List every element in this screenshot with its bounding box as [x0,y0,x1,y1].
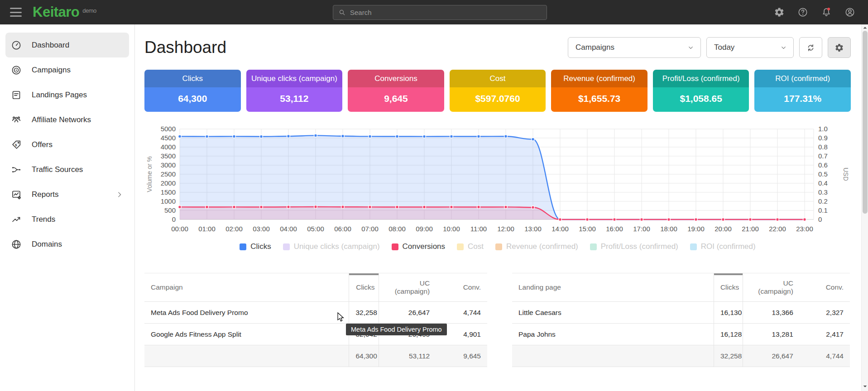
cell[interactable]: Google Ads Fitness App Split [144,324,349,345]
search-icon [338,9,346,16]
legend-item-clicks[interactable]: Clicks [240,242,271,251]
svg-text:0.4: 0.4 [818,179,828,187]
cell: 13,366 [743,302,800,324]
scrollbar-thumb[interactable] [863,31,868,214]
sidebar-item-affiliate-networks[interactable]: Affiliate Networks [5,107,129,132]
stat-card-value: $597.0760 [450,87,546,112]
legend-swatch [495,243,502,250]
cell[interactable]: Papa Johns [512,324,714,345]
cell: 13,281 [743,324,800,345]
help-icon[interactable] [797,7,808,18]
notifications-bell-icon[interactable] [821,7,832,18]
account-icon[interactable] [844,7,855,18]
svg-text:22:00: 22:00 [769,225,786,233]
scroll-up-arrow[interactable] [862,25,868,31]
dashboard-icon [11,40,22,51]
svg-text:1.0: 1.0 [818,125,828,133]
svg-text:15:00: 15:00 [579,225,596,233]
sidebar-item-offers[interactable]: $ Offers [5,132,129,157]
legend-label: Clicks [250,242,271,251]
svg-text:19:00: 19:00 [687,225,705,233]
app-logo[interactable]: Keitarodemo [33,4,96,20]
chevron-down-icon [687,44,694,51]
sidebar-item-label: Offers [32,140,53,149]
column-header-uc-campaign-[interactable]: UC (campaign) [743,273,800,302]
sidebar-item-campaigns[interactable]: Campaigns [5,57,129,82]
date-range-select[interactable]: Today [706,37,794,58]
legend-item-cost[interactable]: Cost [457,242,484,251]
cell: 32,258 [349,302,379,324]
svg-text:18:00: 18:00 [660,225,677,233]
table-totals-row: 32,25826,6474,744 [512,345,850,367]
legend-item-roi-confirmed-[interactable]: ROI (confirmed) [690,242,756,251]
sidebar-item-label: Reports [32,190,59,199]
column-header-conv-[interactable]: Conv. [800,273,850,302]
cell[interactable]: Little Caesars [512,302,714,324]
chevron-down-icon [780,44,787,51]
stat-card-value: 9,645 [348,87,444,112]
table-totals-row: 64,30053,1129,645 [144,345,487,367]
topbar-actions [774,0,855,24]
legend-item-unique-clicks-campaign-[interactable]: Unique clicks (campaign) [283,242,380,251]
dashboard-chart[interactable]: 0500100015002000250030003500400045005000… [144,125,851,238]
traffic-icon [11,164,22,175]
svg-text:09:00: 09:00 [416,225,433,233]
sidebar-item-domains[interactable]: Domains [5,232,129,257]
stat-card-value: $1,655.73 [551,87,647,112]
stat-card-label: Profit/Loss (confirmed) [653,70,749,87]
trends-icon [11,214,22,225]
scroll-down-arrow[interactable] [862,383,868,389]
cell[interactable]: Meta Ads Food Delivery Promo [144,302,349,324]
column-header-uc-campaign-[interactable]: UC (campaign) [379,273,436,302]
search-input[interactable] [350,9,542,16]
stat-card-value: 177.31% [754,87,851,112]
stat-card-revenue-confirmed-: Revenue (confirmed) $1,655.73 [551,70,647,112]
legend-swatch [283,243,290,250]
svg-text:06:00: 06:00 [334,225,351,233]
svg-text:08:00: 08:00 [388,225,406,233]
column-header-clicks[interactable]: Clicks [349,273,379,302]
table-row[interactable]: Meta Ads Food Delivery Promo32,25826,647… [144,302,487,324]
stat-card-label: Unique clicks (campaign) [246,70,343,87]
legend-label: ROI (confirmed) [701,242,756,251]
sidebar-item-reports[interactable]: Reports [5,182,129,207]
svg-text:0.1: 0.1 [818,206,828,214]
sidebar-item-label: Trends [32,215,55,224]
stat-card-label: ROI (confirmed) [754,70,851,87]
grouping-select[interactable]: Campaigns [568,37,701,58]
sidebar-item-trends[interactable]: Trends [5,207,129,232]
legend-label: Revenue (confirmed) [506,242,578,251]
sidebar-item-traffic-sources[interactable]: Traffic Sources [5,157,129,182]
total-cell: 26,647 [743,345,800,367]
table-campaigns: CampaignClicksUC (campaign)Conv.Meta Ads… [144,273,487,367]
legend-item-profit-loss-confirmed-[interactable]: Profit/Loss (confirmed) [590,242,678,251]
column-header-clicks[interactable]: Clicks [714,273,743,302]
svg-text:21:00: 21:00 [742,225,759,233]
summary-tables: CampaignClicksUC (campaign)Conv.Meta Ads… [144,273,851,367]
legend-item-revenue-confirmed-[interactable]: Revenue (confirmed) [495,242,578,251]
legend-item-conversions[interactable]: Conversions [392,242,446,251]
top-navigation-bar: Keitarodemo [0,0,868,24]
sidebar-item-dashboard[interactable]: Dashboard [5,33,129,57]
cell: 4,744 [436,302,487,324]
legend-swatch [590,243,597,250]
svg-text:20:00: 20:00 [715,225,732,233]
table-row[interactable]: Little Caesars16,13013,3662,327 [512,302,850,324]
svg-text:2000: 2000 [161,179,176,187]
settings-icon[interactable] [774,7,785,18]
cell: 16,130 [714,302,743,324]
demo-badge: demo [82,7,96,14]
legend-label: Cost [468,242,484,251]
column-header-landing-page[interactable]: Landing page [512,273,714,302]
dashboard-settings-button[interactable] [828,37,851,58]
offers-icon: $ [11,139,22,150]
sidebar-navigation: Dashboard Campaigns Landings Pages Affil… [0,24,135,391]
stat-card-roi-confirmed-: ROI (confirmed) 177.31% [754,70,851,112]
column-header-campaign[interactable]: Campaign [144,273,349,302]
table-header-row: Landing pageClicksUC (campaign)Conv. [512,273,850,302]
sidebar-item-landings-pages[interactable]: Landings Pages [5,82,129,107]
menu-icon[interactable] [10,8,22,17]
refresh-button[interactable] [799,37,822,58]
column-header-conv-[interactable]: Conv. [436,273,487,302]
table-row[interactable]: Papa Johns16,12813,2812,417 [512,324,850,345]
